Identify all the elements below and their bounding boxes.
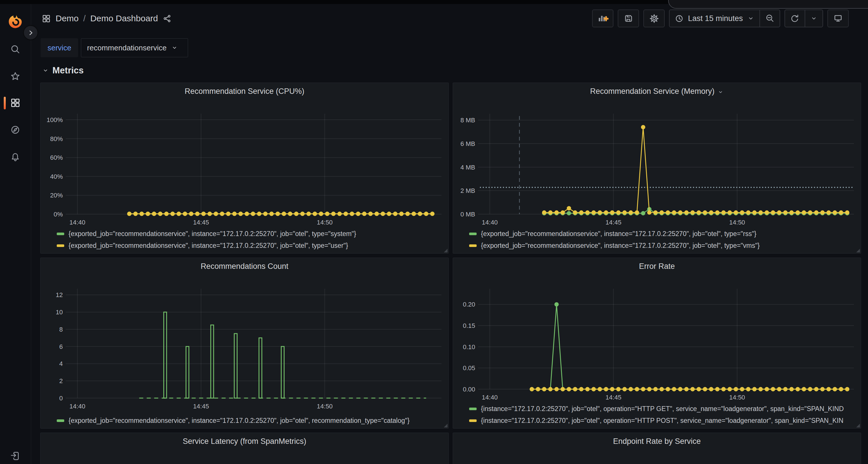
recommendations-count-chart[interactable]: 02468101214:4014:4514:50 — [41, 274, 448, 429]
breadcrumb: Demo / Demo Dashboard — [41, 9, 172, 27]
panel-title[interactable]: Service Latency (from SpanMetrics) — [41, 437, 448, 446]
save-dashboard-button[interactable] — [618, 9, 639, 27]
svg-text:4 MB: 4 MB — [461, 164, 475, 171]
svg-text:6 MB: 6 MB — [461, 140, 475, 147]
refresh-interval-dropdown[interactable] — [805, 10, 823, 27]
legend-label: {instance="172.17.0.2:25270", job="otel"… — [481, 417, 843, 425]
panel-title[interactable]: Recommendation Service (Memory) — [453, 87, 861, 96]
svg-text:14:50: 14:50 — [317, 219, 333, 226]
svg-text:0.20: 0.20 — [463, 301, 475, 308]
legend-item[interactable]: {exported_job="recommendationservice", i… — [57, 415, 446, 427]
svg-text:8: 8 — [59, 326, 63, 333]
search-icon[interactable] — [10, 44, 21, 55]
chevron-down-icon — [810, 15, 817, 22]
refresh-control — [784, 9, 823, 27]
panel-menu-caret-icon[interactable] — [717, 89, 724, 95]
legend-item[interactable]: {exported_job="recommendationservice", i… — [57, 240, 446, 252]
dashboards-icon[interactable] — [10, 97, 21, 108]
sign-in-icon[interactable] — [10, 450, 21, 461]
browser-overlay-card — [668, 0, 868, 9]
panel-title[interactable]: Recommendations Count — [41, 262, 448, 271]
panel-resize-handle[interactable] — [444, 249, 447, 253]
legend-swatch — [57, 244, 64, 247]
svg-text:14:40: 14:40 — [69, 219, 85, 226]
legend: {instance="172.17.0.2:25270", job="otel"… — [469, 403, 859, 427]
dashboard-settings-button[interactable] — [643, 9, 665, 27]
zoom-out-icon — [765, 13, 775, 23]
chevron-down-icon — [42, 67, 49, 74]
add-visualization-button[interactable] — [592, 9, 613, 27]
legend-item[interactable]: {exported_job="recommendationservice", i… — [469, 240, 859, 252]
time-range-picker[interactable]: Last 15 minutes — [670, 10, 760, 27]
svg-text:12: 12 — [56, 291, 63, 298]
svg-text:4: 4 — [59, 360, 63, 367]
grafana-logo[interactable] — [8, 13, 23, 29]
panel-endpoint-rate: Endpoint Rate by Service — [453, 433, 861, 464]
refresh-button[interactable] — [785, 10, 805, 27]
svg-text:80%: 80% — [50, 135, 63, 142]
svg-text:14:45: 14:45 — [606, 394, 621, 401]
panel-resize-handle[interactable] — [856, 424, 860, 427]
panel-title[interactable]: Error Rate — [453, 262, 861, 271]
explore-compass-icon[interactable] — [10, 124, 21, 135]
time-range-control: Last 15 minutes — [669, 9, 780, 27]
sidebar — [0, 4, 31, 464]
svg-text:0 MB: 0 MB — [461, 211, 475, 218]
legend-item[interactable]: {exported_job="recommendationservice", i… — [57, 228, 446, 240]
svg-text:60%: 60% — [50, 154, 63, 161]
svg-text:14:40: 14:40 — [482, 219, 498, 226]
svg-text:0.10: 0.10 — [463, 343, 475, 351]
svg-text:14:50: 14:50 — [317, 403, 333, 410]
legend-item[interactable]: {exported_job="recommendationservice", i… — [469, 228, 859, 240]
zoom-out-time-button[interactable] — [760, 10, 780, 27]
legend-label: {exported_job="recommendationservice", i… — [68, 230, 356, 238]
legend-swatch — [469, 233, 476, 235]
panel-resize-handle[interactable] — [444, 424, 447, 427]
svg-text:8 MB: 8 MB — [461, 117, 475, 124]
legend: {exported_job="recommendationservice", i… — [57, 415, 446, 427]
svg-text:14:50: 14:50 — [729, 219, 745, 226]
legend-item[interactable]: {instance="172.17.0.2:25270", job="otel"… — [469, 415, 859, 427]
svg-text:0.05: 0.05 — [463, 364, 475, 372]
dashboard-variables: service recommendationservice — [41, 38, 188, 57]
svg-text:2: 2 — [59, 377, 63, 385]
clock-icon — [675, 14, 684, 23]
panel-resize-handle[interactable] — [856, 249, 860, 253]
svg-text:6: 6 — [59, 343, 63, 350]
alerting-bell-icon[interactable] — [10, 151, 21, 162]
svg-text:0.00: 0.00 — [463, 386, 475, 393]
dashboards-grid-icon[interactable] — [41, 14, 51, 23]
panel-title[interactable]: Endpoint Rate by Service — [453, 437, 861, 446]
svg-text:40%: 40% — [50, 173, 63, 180]
svg-text:100%: 100% — [46, 116, 63, 124]
svg-text:14:45: 14:45 — [193, 219, 209, 226]
panel-service-latency: Service Latency (from SpanMetrics) — [40, 433, 449, 464]
share-icon[interactable] — [163, 14, 172, 23]
section-title: Metrics — [53, 65, 84, 76]
svg-text:0: 0 — [59, 395, 63, 402]
svg-text:20%: 20% — [50, 192, 63, 199]
svg-text:0.15: 0.15 — [463, 322, 475, 329]
legend-label: {exported_job="recommendationservice", i… — [68, 242, 348, 250]
legend: {exported_job="recommendationservice", i… — [57, 228, 446, 252]
breadcrumb-section[interactable]: Demo — [56, 13, 79, 23]
legend-item[interactable]: {instance="172.17.0.2:25270", job="otel"… — [469, 403, 859, 415]
breadcrumb-page[interactable]: Demo Dashboard — [90, 13, 158, 23]
legend-label: {exported_job="recommendationservice", i… — [68, 417, 409, 425]
variable-value-dropdown[interactable]: recommendationservice — [81, 38, 188, 57]
panel-memory: Recommendation Service (Memory) 0 MB2 MB… — [453, 82, 861, 254]
svg-text:2 MB: 2 MB — [461, 187, 475, 194]
svg-text:14:45: 14:45 — [606, 219, 621, 226]
favorites-star-icon[interactable] — [10, 71, 21, 82]
panel-title[interactable]: Recommendation Service (CPU%) — [41, 87, 448, 96]
metrics-section-header[interactable]: Metrics — [42, 64, 84, 76]
refresh-icon — [790, 13, 800, 23]
svg-text:14:50: 14:50 — [729, 394, 745, 401]
svg-text:14:40: 14:40 — [69, 403, 85, 410]
dashboard-toolbar: Last 15 minutes — [592, 9, 849, 27]
monitor-icon — [833, 13, 843, 24]
expand-sidebar-button[interactable] — [23, 25, 38, 40]
legend-swatch — [57, 233, 64, 235]
kiosk-mode-button[interactable] — [827, 9, 849, 27]
variable-value: recommendationservice — [87, 43, 166, 53]
